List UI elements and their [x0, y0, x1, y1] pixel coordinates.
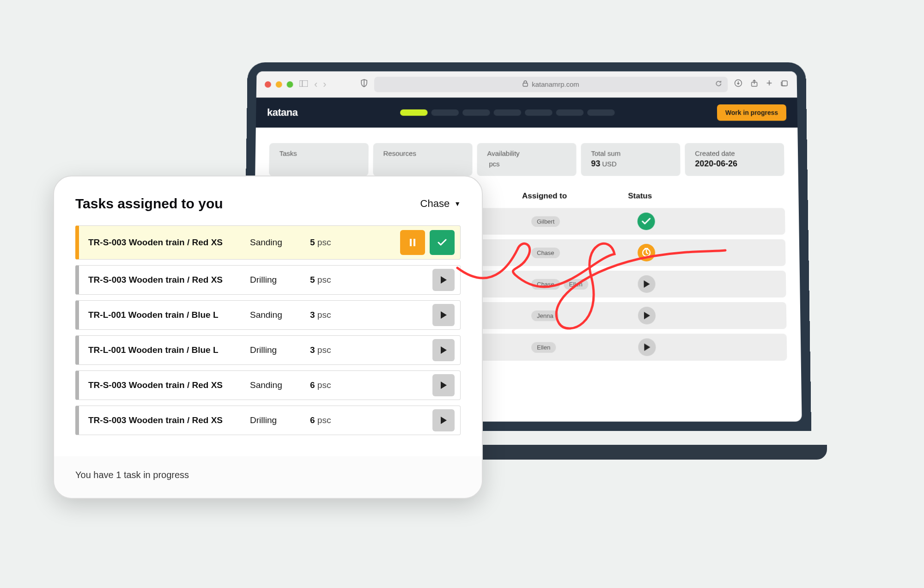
task-operation: Drilling — [250, 345, 310, 355]
status-cell — [638, 339, 708, 356]
complete-task-button[interactable] — [430, 230, 455, 255]
task-actions — [400, 230, 460, 255]
sidebar-toggle-icon[interactable] — [299, 79, 308, 89]
tablet-title: Tasks assigned to you — [75, 196, 223, 212]
assignee-chip[interactable]: Gilbert — [531, 216, 560, 227]
svg-rect-9 — [413, 239, 415, 246]
summary-label: Created date — [695, 150, 774, 158]
header-nav-pills — [316, 109, 699, 116]
col-status: Status — [628, 192, 697, 201]
task-row[interactable]: TR-S-003 Wooden train / Red XSSanding5 p… — [75, 225, 461, 260]
task-actions — [432, 374, 460, 396]
svg-rect-8 — [410, 239, 412, 246]
nav-pill[interactable] — [493, 109, 521, 116]
address-url: katanamrp.com — [532, 80, 579, 88]
work-in-progress-button[interactable]: Work in progress — [717, 104, 786, 121]
task-row[interactable]: TR-L-001 Wooden train / Blue LDrilling3 … — [75, 335, 461, 365]
nav-pill[interactable] — [431, 109, 459, 116]
browser-chrome: ‹ › katanamrp.com — [256, 71, 797, 97]
summary-created-date[interactable]: Created date 2020-06-26 — [685, 143, 784, 176]
task-quantity: 3 psc — [310, 345, 361, 355]
summary-tasks[interactable]: Tasks — [269, 143, 369, 176]
browser-right-controls: + — [734, 79, 789, 90]
reload-icon[interactable] — [715, 80, 722, 89]
shield-icon[interactable] — [360, 79, 368, 90]
task-name: TR-S-003 Wooden train / Red XS — [79, 275, 250, 285]
task-row[interactable]: TR-S-003 Wooden train / Red XSDrilling5 … — [75, 265, 461, 295]
nav-pill[interactable] — [556, 109, 584, 116]
assignee-chip[interactable]: Chase — [531, 247, 560, 258]
tablet-footer: You have 1 task in progress — [54, 456, 482, 498]
tablet-header: Tasks assigned to you Chase ▼ — [75, 196, 461, 212]
summary-boxes: Tasks Resources Availability pcs Total s… — [269, 143, 784, 176]
assigned-cell: ChaseEllen — [531, 279, 638, 289]
start-task-button[interactable] — [432, 339, 455, 361]
lock-icon — [523, 80, 528, 88]
summary-value: 93USD — [591, 159, 670, 169]
assignee-chip[interactable]: Ellen — [531, 342, 556, 352]
user-select-dropdown[interactable]: Chase ▼ — [420, 198, 461, 210]
maximize-window-icon[interactable] — [286, 81, 293, 88]
task-name: TR-L-001 Wooden train / Blue L — [79, 310, 250, 320]
status-play-button[interactable] — [638, 275, 655, 293]
nav-pill[interactable] — [587, 109, 615, 116]
task-row[interactable]: TR-S-003 Wooden train / Red XSDrilling6 … — [75, 406, 461, 435]
app-header: katana Work in progress — [256, 97, 798, 127]
task-quantity: 5 psc — [310, 237, 361, 248]
status-cell — [638, 212, 707, 230]
task-actions — [432, 304, 460, 326]
summary-total-sum[interactable]: Total sum 93USD — [581, 143, 680, 176]
status-pending-button[interactable] — [638, 244, 655, 261]
minimize-window-icon[interactable] — [276, 81, 282, 88]
start-task-button[interactable] — [432, 374, 455, 396]
svg-rect-0 — [299, 80, 308, 87]
start-task-button[interactable] — [432, 409, 455, 431]
assignee-chip[interactable]: Jenna — [531, 310, 559, 321]
summary-value: 2020-06-26 — [695, 159, 774, 169]
task-quantity: 5 psc — [310, 275, 361, 285]
share-icon[interactable] — [751, 79, 758, 90]
nav-pill[interactable] — [462, 109, 490, 116]
task-operation: Drilling — [250, 275, 310, 285]
assigned-cell: Chase — [531, 247, 638, 258]
assigned-cell: Gilbert — [531, 216, 638, 227]
task-quantity: 3 psc — [310, 310, 361, 320]
assignee-chip[interactable]: Ellen — [564, 279, 588, 289]
downloads-icon[interactable] — [734, 79, 742, 90]
browser-forward-button[interactable]: › — [323, 79, 327, 90]
summary-value: pcs — [487, 159, 566, 169]
browser-back-button[interactable]: ‹ — [314, 79, 318, 90]
new-tab-icon[interactable]: + — [766, 79, 772, 90]
status-play-button[interactable] — [638, 339, 656, 356]
task-operation: Sanding — [250, 380, 310, 390]
summary-label: Resources — [383, 150, 462, 158]
assigned-cell: Jenna — [531, 310, 638, 321]
user-select-value: Chase — [420, 198, 450, 210]
start-task-button[interactable] — [432, 269, 455, 291]
close-window-icon[interactable] — [265, 81, 271, 88]
start-task-button[interactable] — [432, 304, 455, 326]
nav-pill[interactable] — [525, 109, 553, 116]
brand-logo[interactable]: katana — [267, 107, 298, 119]
task-operation: Drilling — [250, 415, 310, 425]
assigned-cell: Ellen — [531, 342, 638, 352]
pause-task-button[interactable] — [400, 230, 425, 255]
task-quantity: 6 psc — [310, 415, 361, 425]
status-done-button[interactable] — [638, 212, 655, 230]
tab-overview-icon[interactable] — [780, 79, 789, 90]
summary-label: Tasks — [280, 150, 359, 158]
status-play-button[interactable] — [638, 307, 656, 324]
nav-pill-active[interactable] — [400, 109, 428, 116]
svg-rect-2 — [523, 83, 528, 86]
task-row[interactable]: TR-S-003 Wooden train / Red XSSanding6 p… — [75, 370, 461, 400]
summary-availability[interactable]: Availability pcs — [477, 143, 576, 176]
task-list: TR-S-003 Wooden train / Red XSSanding5 p… — [75, 225, 461, 456]
task-row[interactable]: TR-L-001 Wooden train / Blue LSanding3 p… — [75, 300, 461, 330]
status-cell — [638, 275, 707, 293]
summary-resources[interactable]: Resources — [373, 143, 472, 176]
summary-label: Total sum — [591, 150, 670, 158]
status-cell — [638, 244, 707, 261]
assignee-chip[interactable]: Chase — [531, 279, 560, 289]
browser-address-bar[interactable]: katanamrp.com — [374, 77, 728, 92]
task-actions — [432, 409, 460, 431]
